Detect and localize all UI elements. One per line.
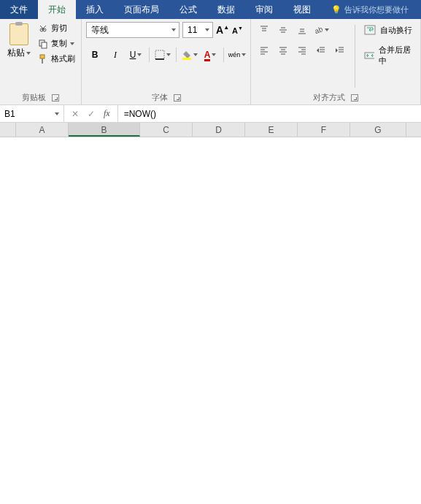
bulb-icon: 💡	[331, 5, 341, 15]
scissors-icon	[38, 23, 48, 34]
svg-rect-1	[42, 42, 47, 48]
font-size-value: 11	[188, 25, 197, 35]
border-button[interactable]	[154, 47, 171, 63]
cut-button[interactable]: 剪切	[36, 22, 77, 34]
phonetic-button[interactable]: wén	[228, 47, 246, 63]
group-font: 等线 11 A▲ A▼ B I U	[82, 19, 251, 104]
fx-icon[interactable]: fx	[104, 108, 110, 119]
font-name-select[interactable]: 等线	[86, 22, 179, 38]
chevron-down-icon	[325, 28, 329, 31]
copy-icon	[38, 39, 48, 49]
tab-home[interactable]: 开始	[38, 0, 76, 19]
tab-formulas[interactable]: 公式	[169, 0, 207, 19]
column-header-A[interactable]: A	[16, 123, 69, 137]
increase-font-button[interactable]: A▲	[216, 24, 229, 36]
chevron-down-icon	[242, 53, 246, 56]
align-group-label: 对齐方式	[313, 92, 345, 103]
column-header-D[interactable]: D	[193, 123, 245, 137]
chevron-down-icon	[193, 53, 198, 56]
font-color-button[interactable]: A	[201, 47, 219, 63]
name-box[interactable]: B1	[0, 105, 64, 122]
tab-page-layout[interactable]: 页面布局	[114, 0, 169, 19]
align-center-button[interactable]	[274, 42, 292, 58]
column-header-C[interactable]: C	[140, 123, 193, 137]
merge-label: 合并后居中	[379, 45, 413, 66]
align-left-icon	[259, 45, 269, 56]
chevron-down-icon	[166, 53, 171, 56]
name-box-value: B1	[4, 109, 15, 119]
align-bottom-button[interactable]	[293, 22, 311, 38]
svg-rect-4	[155, 50, 164, 59]
align-middle-button[interactable]	[274, 22, 292, 38]
decrease-font-button[interactable]: A▼	[232, 26, 243, 35]
paste-button[interactable]: 粘贴	[4, 22, 34, 61]
column-header-B[interactable]: B	[69, 123, 140, 137]
tell-me[interactable]: 💡 告诉我你想要做什	[321, 0, 419, 19]
font-group-label: 字体	[152, 92, 168, 103]
border-icon	[155, 50, 165, 60]
chevron-down-icon	[212, 53, 216, 56]
align-right-icon	[297, 45, 307, 56]
formula-value: =NOW()	[124, 109, 156, 119]
ribbon: 粘贴 剪切 复制	[0, 19, 421, 105]
align-left-button[interactable]	[255, 42, 273, 58]
wrap-icon	[364, 24, 376, 36]
merge-center-button[interactable]: 合并后居中	[361, 42, 416, 69]
group-clipboard: 粘贴 剪切 复制	[0, 19, 82, 104]
dialog-launcher-icon[interactable]	[174, 94, 181, 102]
formula-input[interactable]: =NOW()	[118, 105, 421, 122]
font-name-value: 等线	[91, 24, 109, 37]
tab-data[interactable]: 数据	[207, 0, 245, 19]
column-header-G[interactable]: G	[350, 123, 406, 137]
column-header-F[interactable]: F	[298, 123, 350, 137]
accept-formula-button[interactable]: ✓	[88, 109, 95, 119]
copy-button[interactable]: 复制	[36, 37, 77, 50]
dialog-launcher-icon[interactable]	[52, 94, 59, 102]
svg-text:ab: ab	[314, 25, 323, 35]
bucket-icon	[182, 50, 192, 60]
tab-insert[interactable]: 插入	[76, 0, 114, 19]
indent-icon	[335, 45, 345, 56]
chevron-down-icon	[205, 28, 209, 31]
svg-rect-2	[40, 55, 45, 58]
decrease-indent-button[interactable]	[312, 42, 330, 58]
format-painter-label: 格式刷	[51, 53, 75, 64]
tab-review[interactable]: 审阅	[245, 0, 283, 19]
orientation-button[interactable]: ab	[312, 22, 330, 38]
align-right-button[interactable]	[293, 42, 311, 58]
svg-rect-6	[182, 58, 191, 60]
tab-view[interactable]: 视图	[283, 0, 321, 19]
spreadsheet-grid: ABCDEFG	[0, 123, 421, 137]
format-painter-button[interactable]: 格式刷	[36, 53, 77, 65]
font-size-select[interactable]: 11	[182, 22, 213, 38]
align-top-button[interactable]	[255, 22, 273, 38]
formula-bar: B1 ✕ ✓ fx =NOW()	[0, 105, 421, 123]
align-bottom-icon	[297, 25, 307, 35]
wrap-text-button[interactable]: 自动换行	[361, 22, 416, 38]
chevron-down-icon	[55, 112, 59, 115]
select-all-corner[interactable]	[0, 123, 16, 137]
dialog-launcher-icon[interactable]	[351, 94, 358, 102]
clipboard-group-label: 剪贴板	[22, 92, 46, 103]
italic-button[interactable]: I	[107, 47, 124, 63]
column-headers: ABCDEFG	[0, 123, 421, 137]
align-center-icon	[278, 45, 288, 56]
tab-file[interactable]: 文件	[0, 0, 38, 19]
align-top-icon	[259, 25, 269, 35]
tell-me-label: 告诉我你想要做什	[344, 4, 409, 15]
bold-button[interactable]: B	[86, 47, 104, 63]
fill-color-button[interactable]	[181, 47, 198, 63]
orientation-icon: ab	[313, 25, 323, 35]
cancel-formula-button[interactable]: ✕	[72, 109, 79, 119]
increase-indent-button[interactable]	[331, 42, 349, 58]
underline-button[interactable]: U	[127, 47, 144, 63]
chevron-down-icon	[70, 42, 74, 45]
clipboard-icon	[9, 23, 28, 45]
formula-tools: ✕ ✓ fx	[64, 105, 118, 122]
align-middle-icon	[278, 25, 288, 35]
paste-label: 粘贴	[7, 47, 25, 59]
column-header-E[interactable]: E	[245, 123, 298, 137]
group-alignment: ab 自动换行 合并后居中	[251, 19, 421, 104]
merge-icon	[364, 50, 374, 61]
wrap-label: 自动换行	[380, 25, 412, 36]
